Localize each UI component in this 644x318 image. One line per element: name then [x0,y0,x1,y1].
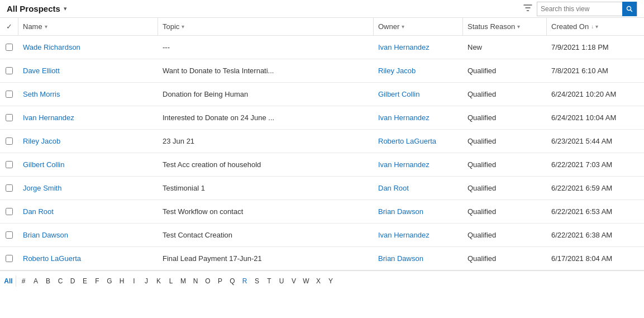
nav-letter-q[interactable]: Q [226,273,238,289]
search-input[interactable] [537,5,622,13]
cell-owner-2: Gilbert Collin [373,83,462,106]
nav-letter-v[interactable]: V [288,273,300,289]
link-name-5[interactable]: Gilbert Collin [23,160,64,169]
link-owner-3[interactable]: Ivan Hernandez [378,113,430,122]
nav-letter-#[interactable]: # [17,273,30,289]
nav-letter-h[interactable]: H [116,273,128,289]
text-topic-1: Want to Donate to Tesla Internati... [163,67,274,75]
link-owner-9[interactable]: Brian Dawson [378,254,423,263]
nav-letter-r[interactable]: R [238,273,251,289]
nav-letter-u[interactable]: U [275,273,288,289]
cell-status-1: Qualified [462,59,546,82]
link-owner-8[interactable]: Ivan Hernandez [378,231,430,239]
nav-letter-c[interactable]: C [54,273,66,289]
text-topic-2: Donation for Being Human [163,90,248,98]
checkbox-4[interactable] [6,137,13,145]
nav-letter-x[interactable]: X [312,273,325,289]
nav-letter-k[interactable]: K [152,273,165,289]
link-owner-4[interactable]: Roberto LaGuerta [378,137,436,145]
link-name-4[interactable]: Riley Jacob [23,137,60,145]
table-row: Ivan Hernandez Interested to Donate on 2… [0,106,644,130]
search-button[interactable] [622,2,637,16]
row-checkbox-7[interactable] [0,208,18,215]
nav-letter-y[interactable]: Y [325,273,337,289]
link-name-8[interactable]: Brian Dawson [23,231,68,239]
table-row: Gilbert Collin Test Acc creation of hous… [0,153,644,177]
nav-letter-l[interactable]: L [165,273,177,289]
nav-letter-t[interactable]: T [263,273,275,289]
row-checkbox-1[interactable] [0,67,18,74]
link-owner-1[interactable]: Riley Jacob [378,67,416,75]
table-row: Riley Jacob 23 Jun 21 Roberto LaGuerta Q… [0,130,644,153]
col-header-name[interactable]: Name ▾ [18,18,158,35]
text-created-4: 6/23/2021 5:44 AM [551,137,612,145]
cell-owner-9: Brian Dawson [373,247,462,270]
nav-letter-e[interactable]: E [79,273,91,289]
checkbox-9[interactable] [6,255,13,262]
cell-created-3: 6/24/2021 10:04 AM [546,106,644,129]
link-name-9[interactable]: Roberto LaGuerta [23,254,81,263]
search-box [537,2,637,16]
nav-letter-m[interactable]: M [177,273,189,289]
checkbox-1[interactable] [6,67,13,74]
link-owner-5[interactable]: Ivan Hernandez [378,160,430,169]
col-header-topic[interactable]: Topic ▾ [158,18,373,35]
link-name-7[interactable]: Dan Root [23,207,54,216]
checkbox-2[interactable] [6,91,13,98]
cell-topic-0: --- [158,36,373,59]
checkbox-7[interactable] [6,208,13,215]
col-header-owner[interactable]: Owner ▾ [373,18,462,35]
cell-name-9: Roberto LaGuerta [18,247,158,270]
cell-owner-0: Ivan Hernandez [373,36,462,59]
nav-letter-d[interactable]: D [66,273,79,289]
nav-letter-i[interactable]: I [128,273,140,289]
row-checkbox-4[interactable] [0,137,18,145]
checkbox-8[interactable] [6,231,13,239]
text-status-2: Qualified [468,90,496,98]
row-checkbox-2[interactable] [0,91,18,98]
text-status-9: Qualified [468,254,496,263]
row-checkbox-0[interactable] [0,44,18,51]
nav-letter-b[interactable]: B [42,273,54,289]
filter-icon[interactable] [523,3,532,14]
nav-letter-o[interactable]: O [202,273,214,289]
nav-letter-all[interactable]: All [2,273,15,289]
col-header-created[interactable]: Created On ↓ ▾ [546,18,644,35]
link-owner-0[interactable]: Ivan Hernandez [378,43,430,51]
row-checkbox-6[interactable] [0,184,18,192]
nav-letter-p[interactable]: P [214,273,226,289]
row-checkbox-8[interactable] [0,231,18,239]
link-owner-7[interactable]: Brian Dawson [378,207,423,216]
cell-topic-3: Interested to Donate on 24 June ... [158,106,373,129]
nav-letter-a[interactable]: A [30,273,42,289]
select-all-check[interactable]: ✓ [0,22,18,31]
table-row: Jorge Smith Testimonial 1 Dan Root Quali… [0,177,644,200]
row-checkbox-5[interactable] [0,161,18,168]
row-checkbox-9[interactable] [0,255,18,262]
nav-letter-f[interactable]: F [91,273,103,289]
nav-letter-n[interactable]: N [189,273,202,289]
row-checkbox-3[interactable] [0,114,18,121]
nav-letter-w[interactable]: W [300,273,312,289]
cell-name-7: Dan Root [18,200,158,223]
nav-letter-g[interactable]: G [103,273,116,289]
checkbox-5[interactable] [6,161,13,168]
nav-separator [16,276,16,287]
link-name-1[interactable]: Dave Elliott [23,67,60,75]
chevron-down-icon[interactable]: ▾ [64,5,67,12]
link-owner-6[interactable]: Dan Root [378,184,409,192]
text-created-8: 6/22/2021 6:38 AM [551,231,612,239]
cell-name-0: Wade Richardson [18,36,158,59]
nav-letter-j[interactable]: J [140,273,152,289]
checkbox-0[interactable] [6,44,13,51]
link-owner-2[interactable]: Gilbert Collin [378,90,419,98]
link-name-6[interactable]: Jorge Smith [23,184,61,192]
text-topic-6: Testimonial 1 [163,184,205,192]
link-name-0[interactable]: Wade Richardson [23,43,80,51]
link-name-3[interactable]: Ivan Hernandez [23,113,74,122]
col-header-status[interactable]: Status Reason ▾ [462,18,546,35]
checkbox-3[interactable] [6,114,13,121]
nav-letter-s[interactable]: S [251,273,263,289]
link-name-2[interactable]: Seth Morris [23,90,60,98]
checkbox-6[interactable] [6,184,13,192]
